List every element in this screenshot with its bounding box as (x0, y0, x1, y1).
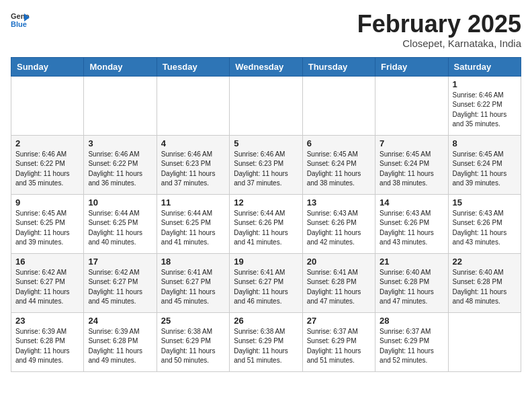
calendar-week-row: 16Sunrise: 6:42 AM Sunset: 6:27 PM Dayli… (11, 253, 521, 312)
day-number: 6 (307, 138, 371, 148)
calendar-cell: 15Sunrise: 6:43 AM Sunset: 6:26 PM Dayli… (448, 194, 521, 253)
calendar-cell: 8Sunrise: 6:45 AM Sunset: 6:24 PM Daylig… (448, 135, 521, 194)
day-info: Sunrise: 6:46 AM Sunset: 6:22 PM Dayligh… (15, 150, 79, 189)
calendar-cell (11, 76, 84, 135)
day-number: 1 (453, 79, 517, 89)
calendar-cell (375, 76, 448, 135)
weekday-row: SundayMondayTuesdayWednesdayThursdayFrid… (11, 57, 521, 76)
calendar-cell: 3Sunrise: 6:46 AM Sunset: 6:22 PM Daylig… (84, 135, 157, 194)
day-info: Sunrise: 6:44 AM Sunset: 6:25 PM Dayligh… (88, 209, 152, 248)
day-number: 19 (234, 257, 298, 267)
day-number: 18 (161, 257, 225, 267)
day-number: 13 (307, 197, 371, 208)
calendar-cell (448, 312, 521, 371)
day-number: 8 (453, 138, 517, 148)
day-info: Sunrise: 6:41 AM Sunset: 6:27 PM Dayligh… (161, 268, 225, 307)
calendar-body: 1Sunrise: 6:46 AM Sunset: 6:22 PM Daylig… (11, 76, 521, 371)
calendar-week-row: 9Sunrise: 6:45 AM Sunset: 6:25 PM Daylig… (11, 194, 521, 253)
day-number: 15 (453, 197, 517, 208)
calendar-cell: 12Sunrise: 6:44 AM Sunset: 6:26 PM Dayli… (230, 194, 302, 253)
day-info: Sunrise: 6:46 AM Sunset: 6:22 PM Dayligh… (88, 150, 152, 189)
calendar-header: SundayMondayTuesdayWednesdayThursdayFrid… (11, 57, 521, 76)
calendar-cell: 21Sunrise: 6:40 AM Sunset: 6:28 PM Dayli… (375, 253, 448, 312)
calendar-cell: 6Sunrise: 6:45 AM Sunset: 6:24 PM Daylig… (302, 135, 375, 194)
calendar-cell: 16Sunrise: 6:42 AM Sunset: 6:27 PM Dayli… (11, 253, 84, 312)
day-number: 23 (15, 316, 79, 326)
calendar-cell: 23Sunrise: 6:39 AM Sunset: 6:28 PM Dayli… (11, 312, 84, 371)
day-number: 9 (15, 197, 79, 208)
weekday-header: Sunday (11, 57, 84, 76)
calendar-cell: 22Sunrise: 6:40 AM Sunset: 6:28 PM Dayli… (448, 253, 521, 312)
calendar-cell: 18Sunrise: 6:41 AM Sunset: 6:27 PM Dayli… (157, 253, 229, 312)
day-number: 4 (161, 138, 225, 148)
day-info: Sunrise: 6:37 AM Sunset: 6:29 PM Dayligh… (380, 327, 443, 366)
calendar-cell: 27Sunrise: 6:37 AM Sunset: 6:29 PM Dayli… (302, 312, 375, 371)
day-info: Sunrise: 6:42 AM Sunset: 6:27 PM Dayligh… (15, 268, 79, 307)
day-number: 20 (307, 257, 371, 267)
calendar-cell: 7Sunrise: 6:45 AM Sunset: 6:24 PM Daylig… (375, 135, 448, 194)
day-info: Sunrise: 6:39 AM Sunset: 6:28 PM Dayligh… (15, 327, 79, 366)
calendar-cell (84, 76, 157, 135)
day-info: Sunrise: 6:40 AM Sunset: 6:28 PM Dayligh… (453, 268, 517, 307)
calendar-cell: 24Sunrise: 6:39 AM Sunset: 6:28 PM Dayli… (84, 312, 157, 371)
day-info: Sunrise: 6:44 AM Sunset: 6:25 PM Dayligh… (161, 209, 225, 248)
day-info: Sunrise: 6:37 AM Sunset: 6:29 PM Dayligh… (307, 327, 371, 366)
day-number: 12 (234, 197, 298, 208)
title-area: February 2025 Closepet, Karnataka, India (357, 11, 521, 49)
day-info: Sunrise: 6:45 AM Sunset: 6:24 PM Dayligh… (380, 150, 443, 189)
calendar-cell (230, 76, 302, 135)
day-number: 26 (234, 316, 298, 326)
calendar-cell: 2Sunrise: 6:46 AM Sunset: 6:22 PM Daylig… (11, 135, 84, 194)
day-info: Sunrise: 6:41 AM Sunset: 6:28 PM Dayligh… (307, 268, 371, 307)
day-number: 2 (15, 138, 79, 148)
calendar-cell: 25Sunrise: 6:38 AM Sunset: 6:29 PM Dayli… (157, 312, 229, 371)
day-number: 5 (234, 138, 298, 148)
day-number: 3 (88, 138, 152, 148)
weekday-header: Thursday (302, 57, 375, 76)
day-number: 25 (161, 316, 225, 326)
calendar-cell: 4Sunrise: 6:46 AM Sunset: 6:23 PM Daylig… (157, 135, 229, 194)
day-number: 10 (88, 197, 152, 208)
calendar-cell: 1Sunrise: 6:46 AM Sunset: 6:22 PM Daylig… (448, 76, 521, 135)
month-title: February 2025 (357, 11, 521, 38)
weekday-header: Friday (375, 57, 448, 76)
day-info: Sunrise: 6:46 AM Sunset: 6:23 PM Dayligh… (234, 150, 298, 189)
day-info: Sunrise: 6:45 AM Sunset: 6:24 PM Dayligh… (453, 150, 517, 189)
day-info: Sunrise: 6:45 AM Sunset: 6:24 PM Dayligh… (307, 150, 371, 189)
calendar-cell: 11Sunrise: 6:44 AM Sunset: 6:25 PM Dayli… (157, 194, 229, 253)
calendar-cell: 9Sunrise: 6:45 AM Sunset: 6:25 PM Daylig… (11, 194, 84, 253)
day-info: Sunrise: 6:41 AM Sunset: 6:27 PM Dayligh… (234, 268, 298, 307)
calendar-cell: 19Sunrise: 6:41 AM Sunset: 6:27 PM Dayli… (230, 253, 302, 312)
calendar-cell: 17Sunrise: 6:42 AM Sunset: 6:27 PM Dayli… (84, 253, 157, 312)
day-info: Sunrise: 6:44 AM Sunset: 6:26 PM Dayligh… (234, 209, 298, 248)
day-number: 7 (380, 138, 443, 148)
day-info: Sunrise: 6:46 AM Sunset: 6:22 PM Dayligh… (453, 91, 517, 130)
calendar-cell (157, 76, 229, 135)
page-header: General Blue February 2025 Closepet, Kar… (11, 11, 521, 49)
calendar-cell: 28Sunrise: 6:37 AM Sunset: 6:29 PM Dayli… (375, 312, 448, 371)
location: Closepet, Karnataka, India (357, 38, 521, 49)
day-number: 21 (380, 257, 443, 267)
calendar-cell (302, 76, 375, 135)
calendar-cell: 5Sunrise: 6:46 AM Sunset: 6:23 PM Daylig… (230, 135, 302, 194)
calendar-cell: 20Sunrise: 6:41 AM Sunset: 6:28 PM Dayli… (302, 253, 375, 312)
day-info: Sunrise: 6:42 AM Sunset: 6:27 PM Dayligh… (88, 268, 152, 307)
day-info: Sunrise: 6:38 AM Sunset: 6:29 PM Dayligh… (161, 327, 225, 366)
calendar-table: SundayMondayTuesdayWednesdayThursdayFrid… (11, 57, 521, 372)
calendar-cell: 14Sunrise: 6:43 AM Sunset: 6:26 PM Dayli… (375, 194, 448, 253)
day-number: 14 (380, 197, 443, 208)
calendar-cell: 10Sunrise: 6:44 AM Sunset: 6:25 PM Dayli… (84, 194, 157, 253)
calendar-week-row: 2Sunrise: 6:46 AM Sunset: 6:22 PM Daylig… (11, 135, 521, 194)
calendar-week-row: 1Sunrise: 6:46 AM Sunset: 6:22 PM Daylig… (11, 76, 521, 135)
logo-icon: General Blue (11, 11, 30, 30)
day-info: Sunrise: 6:38 AM Sunset: 6:29 PM Dayligh… (234, 327, 298, 366)
svg-text:Blue: Blue (11, 20, 27, 28)
day-number: 11 (161, 197, 225, 208)
day-number: 22 (453, 257, 517, 267)
day-number: 24 (88, 316, 152, 326)
weekday-header: Saturday (448, 57, 521, 76)
weekday-header: Wednesday (230, 57, 302, 76)
calendar-week-row: 23Sunrise: 6:39 AM Sunset: 6:28 PM Dayli… (11, 312, 521, 371)
day-info: Sunrise: 6:43 AM Sunset: 6:26 PM Dayligh… (380, 209, 443, 248)
day-number: 17 (88, 257, 152, 267)
